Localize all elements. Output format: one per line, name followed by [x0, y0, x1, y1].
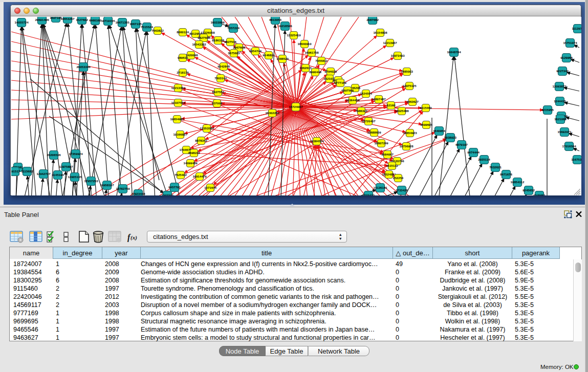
- svg-text:9794028: 9794028: [324, 70, 337, 73]
- svg-text:7357224: 7357224: [227, 26, 239, 30]
- svg-text:16154808: 16154808: [373, 31, 387, 34]
- svg-text:12213967: 12213967: [383, 41, 397, 45]
- svg-text:991517: 991517: [11, 169, 20, 173]
- svg-text:1292344: 1292344: [161, 193, 173, 195]
- svg-text:20206536: 20206536: [47, 153, 61, 157]
- svg-text:9463627: 9463627: [406, 100, 419, 103]
- svg-text:10807487: 10807487: [372, 97, 386, 101]
- svg-text:6879197: 6879197: [455, 143, 468, 146]
- svg-text:7803144: 7803144: [214, 76, 227, 80]
- svg-text:18524851: 18524851: [382, 172, 396, 176]
- svg-text:20053346: 20053346: [76, 65, 91, 69]
- svg-text:2718176: 2718176: [177, 71, 189, 74]
- svg-text:10025488: 10025488: [395, 109, 409, 113]
- svg-text:8454749: 8454749: [249, 49, 262, 53]
- svg-text:9242848: 9242848: [217, 64, 230, 68]
- svg-text:8878342: 8878342: [195, 139, 207, 142]
- svg-text:8186328: 8186328: [212, 38, 224, 42]
- svg-text:10854112: 10854112: [511, 180, 525, 184]
- svg-text:10688609: 10688609: [367, 130, 381, 134]
- svg-text:10958107: 10958107: [100, 183, 114, 187]
- svg-text:10107553: 10107553: [171, 101, 185, 104]
- svg-text:12905135: 12905135: [68, 175, 82, 179]
- svg-text:14099489: 14099489: [183, 161, 198, 165]
- svg-text:(x): (x): [130, 234, 137, 241]
- svg-text:9227342: 9227342: [556, 69, 569, 73]
- svg-text:19384554: 19384554: [310, 139, 324, 143]
- svg-text:7955812: 7955812: [315, 59, 328, 62]
- svg-text:17359924: 17359924: [69, 152, 83, 156]
- svg-text:8813054: 8813054: [269, 18, 281, 21]
- svg-text:17957253: 17957253: [84, 179, 98, 183]
- svg-text:2935114: 2935114: [478, 158, 490, 161]
- svg-text:1667135: 1667135: [129, 22, 142, 26]
- svg-text:9827508: 9827508: [198, 36, 210, 39]
- svg-text:17016504: 17016504: [562, 144, 576, 148]
- svg-text:1615132: 1615132: [386, 164, 398, 167]
- svg-text:8471676: 8471676: [500, 172, 512, 176]
- svg-text:16961758: 16961758: [304, 51, 319, 54]
- svg-text:1621065: 1621065: [554, 117, 567, 121]
- svg-text:16914479: 16914479: [192, 174, 207, 178]
- svg-text:2087682: 2087682: [366, 18, 379, 21]
- svg-text:1733422: 1733422: [362, 193, 375, 195]
- svg-text:9129966: 9129966: [560, 56, 573, 59]
- svg-text:9084067: 9084067: [381, 152, 394, 156]
- svg-text:7986322: 7986322: [355, 109, 367, 113]
- svg-text:252254: 252254: [393, 176, 404, 180]
- svg-text:9777169: 9777169: [334, 81, 346, 84]
- svg-text:9245651: 9245651: [533, 193, 546, 195]
- svg-text:7632621: 7632621: [489, 165, 502, 169]
- svg-text:1571644: 1571644: [204, 186, 216, 189]
- svg-text:18720407: 18720407: [361, 119, 376, 123]
- svg-text:19654985: 19654985: [170, 117, 184, 121]
- svg-text:19218506: 19218506: [278, 24, 292, 28]
- svg-text:6897568: 6897568: [341, 89, 354, 92]
- svg-text:1824554: 1824554: [360, 92, 372, 95]
- svg-text:1362615: 1362615: [299, 66, 312, 70]
- svg-text:7663822: 7663822: [151, 29, 164, 32]
- svg-text:16648784: 16648784: [447, 50, 461, 54]
- svg-text:7485003: 7485003: [401, 70, 413, 73]
- svg-text:19654923: 19654923: [403, 131, 417, 135]
- svg-text:8990448: 8990448: [309, 70, 321, 74]
- svg-text:6466160: 6466160: [89, 18, 101, 22]
- svg-text:18640910: 18640910: [297, 42, 312, 46]
- svg-text:20691406: 20691406: [35, 18, 49, 21]
- svg-text:10782759: 10782759: [116, 187, 130, 190]
- svg-text:7625402: 7625402: [175, 173, 187, 177]
- svg-text:12353594: 12353594: [200, 126, 214, 130]
- svg-text:15692971: 15692971: [557, 130, 572, 134]
- svg-text:1112973: 1112973: [572, 27, 581, 30]
- svg-text:13975887: 13975887: [59, 165, 73, 168]
- svg-text:9457791: 9457791: [168, 185, 181, 189]
- svg-text:16543382: 16543382: [192, 42, 206, 46]
- svg-text:62160: 62160: [387, 103, 396, 107]
- svg-text:15751074: 15751074: [563, 41, 577, 45]
- svg-text:10719155: 10719155: [101, 19, 115, 23]
- svg-text:1527602: 1527602: [76, 18, 88, 21]
- svg-text:937004: 937004: [212, 101, 223, 105]
- svg-text:8215955: 8215955: [541, 108, 554, 112]
- svg-text:3698222: 3698222: [188, 151, 200, 155]
- svg-text:9699695: 9699695: [420, 123, 432, 126]
- svg-text:9245652: 9245652: [522, 188, 535, 192]
- svg-text:15302283: 15302283: [265, 111, 279, 115]
- svg-text:12923448: 12923448: [131, 192, 145, 195]
- svg-text:8660124: 8660124: [177, 30, 189, 34]
- svg-text:12213369: 12213369: [171, 86, 185, 90]
- svg-text:1588520: 1588520: [276, 57, 289, 60]
- svg-text:18724007: 18724007: [289, 105, 303, 108]
- svg-text:12942737: 12942737: [36, 172, 51, 176]
- svg-text:12975125: 12975125: [402, 84, 417, 87]
- svg-text:9146821: 9146821: [263, 53, 275, 57]
- svg-text:8427552: 8427552: [212, 90, 224, 94]
- svg-text:14055724: 14055724: [14, 20, 29, 24]
- svg-text:10653267: 10653267: [60, 17, 75, 20]
- svg-text:1244415: 1244415: [554, 99, 566, 103]
- svg-text:9827546: 9827546: [224, 40, 236, 43]
- svg-text:1733426: 1733426: [396, 188, 408, 192]
- svg-text:9115460: 9115460: [420, 106, 432, 110]
- svg-text:19166827: 19166827: [173, 133, 187, 136]
- svg-text:5938923: 5938923: [444, 136, 456, 139]
